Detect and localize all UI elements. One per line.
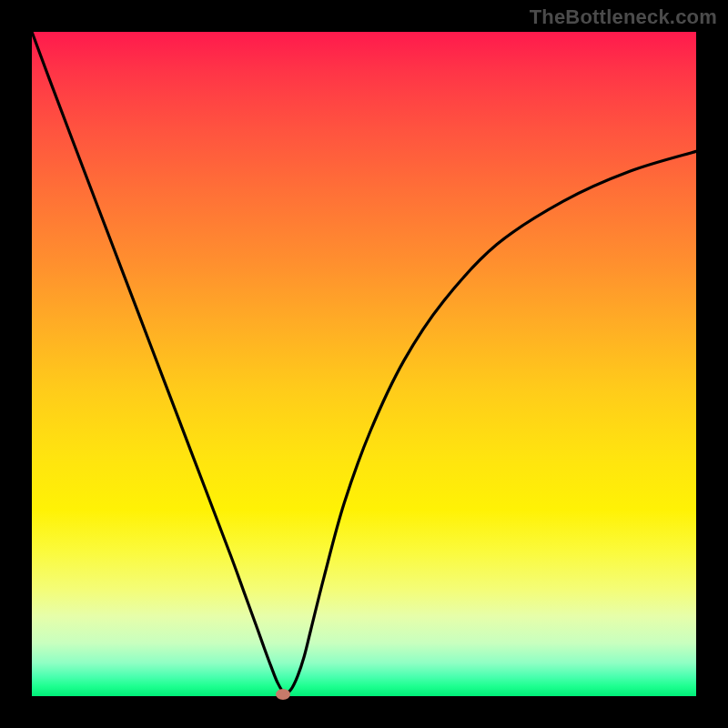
gradient-plot-area [32,32,696,696]
attribution-text: TheBottleneck.com [530,5,717,29]
chart-frame: TheBottleneck.com [0,0,728,728]
bottleneck-curve [32,32,696,696]
optimal-point-marker [276,689,290,700]
